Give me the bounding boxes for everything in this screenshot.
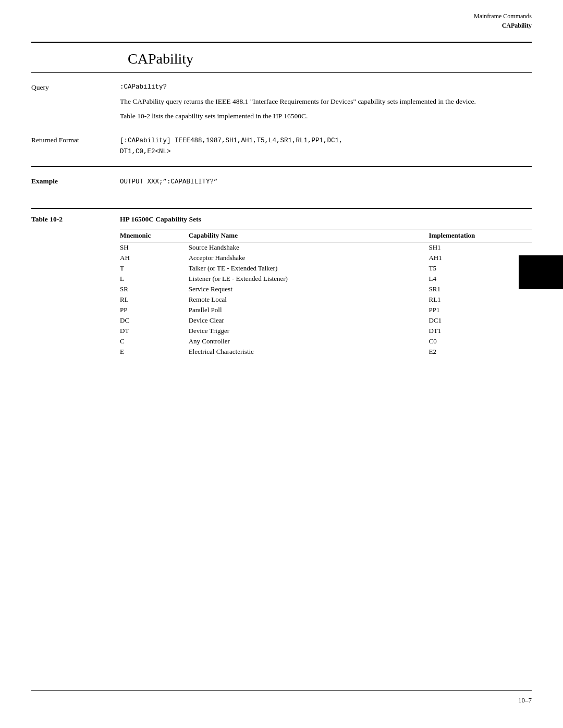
table-row: LListener (or LE - Extended Listener)L4 [120,274,532,284]
cell-name: Any Controller [189,336,429,347]
page-container: Mainframe Commands CAPability CAPability… [0,0,563,728]
cell-impl: SR1 [429,284,532,294]
cell-name: Remote Local [189,294,429,305]
table-number: Table 10-2 [31,215,120,224]
cell-mnemonic: DC [120,315,189,326]
query-description2: Table 10-2 lists the capability sets imp… [120,111,532,121]
returned-format-row: Returned Format [:CAPability] IEEE488,19… [31,135,532,157]
returned-format-value1: [:CAPability] IEEE488,1987,SH1,AH1,T5,L4… [120,137,343,144]
cell-impl: PP1 [429,305,532,315]
example-value: OUTPUT XXX;”:CAPABILITY?” [120,178,218,186]
example-content: OUTPUT XXX;”:CAPABILITY?” [120,176,532,187]
query-description1: The CAPability query returns the IEEE 48… [120,96,532,107]
table-title: HP 16500C Capability Sets [120,215,201,224]
cell-impl: E2 [429,347,532,357]
cell-impl: L4 [429,274,532,284]
cell-name: Acceptor Handshake [189,253,429,263]
table-row: SHSource HandshakeSH1 [120,242,532,253]
cell-impl: SH1 [429,242,532,253]
cell-mnemonic: T [120,263,189,274]
cell-mnemonic: DT [120,326,189,336]
table-header-row: Table 10-2 HP 16500C Capability Sets [31,215,532,224]
query-content: :CAPability? The CAPability query return… [120,82,532,126]
cell-impl: DC1 [429,315,532,326]
cell-name: Device Trigger [189,326,429,336]
example-label: Example [31,176,120,187]
cell-impl: AH1 [429,253,532,263]
header-section: CAPability [474,21,532,30]
cell-name: Service Request [189,284,429,294]
col-header-mnemonic: Mnemonic [120,229,189,242]
cell-name: Listener (or LE - Extended Listener) [189,274,429,284]
cell-mnemonic: PP [120,305,189,315]
header-chapter: Mainframe Commands [474,11,532,21]
cell-impl: DT1 [429,326,532,336]
table-row: SRService RequestSR1 [120,284,532,294]
col-header-name: Capability Name [189,229,429,242]
table-row: AHAcceptor HandshakeAH1 [120,253,532,263]
cell-impl: T5 [429,263,532,274]
cell-name: Talker (or TE - Extended Talker) [189,263,429,274]
col-header-impl: Implementation [429,229,532,242]
returned-format-value2: DT1,C0,E2<NL> [120,148,171,155]
capability-table: Mnemonic Capability Name Implementation … [120,229,532,357]
returned-format-label: Returned Format [31,135,120,145]
cell-mnemonic: E [120,347,189,357]
query-label: Query [31,82,120,93]
query-row: Query :CAPability? The CAPability query … [31,82,532,126]
page-title: CAPability [128,51,532,67]
section-divider [31,166,532,167]
table-row: TTalker (or TE - Extended Talker)T5 [120,263,532,274]
cell-mnemonic: AH [120,253,189,263]
cell-name: Parallel Poll [189,305,429,315]
cell-name: Device Clear [189,315,429,326]
table-row: DCDevice ClearDC1 [120,315,532,326]
table-row: DTDevice TriggerDT1 [120,326,532,336]
table-row: CAny ControllerC0 [120,336,532,347]
table-header-row-cols: Mnemonic Capability Name Implementation [120,229,532,242]
cell-name: Source Handshake [189,242,429,253]
cell-mnemonic: C [120,336,189,347]
returned-format-content: [:CAPability] IEEE488,1987,SH1,AH1,T5,L4… [120,135,532,157]
cell-name: Electrical Characteristic [189,347,429,357]
table-row: EElectrical CharacteristicE2 [120,347,532,357]
cell-mnemonic: SH [120,242,189,253]
page-number: 10–7 [518,696,532,704]
cell-mnemonic: SR [120,284,189,294]
page-footer: 10–7 [31,690,532,705]
page-title-area: CAPability [31,43,532,73]
content-rows: Query :CAPability? The CAPability query … [31,82,532,187]
table-row: PPParallel PollPP1 [120,305,532,315]
cell-impl: RL1 [429,294,532,305]
cell-impl: C0 [429,336,532,347]
table-row: RLRemote LocalRL1 [120,294,532,305]
page-header: Mainframe Commands CAPability [474,11,532,30]
cell-mnemonic: RL [120,294,189,305]
content-area: CAPability Query :CAPability? The CAPabi… [31,42,532,357]
table-section: Table 10-2 HP 16500C Capability Sets Mne… [31,208,532,357]
example-row: Example OUTPUT XXX;”:CAPABILITY?” [31,176,532,187]
cell-mnemonic: L [120,274,189,284]
query-command: :CAPability? [120,82,532,92]
